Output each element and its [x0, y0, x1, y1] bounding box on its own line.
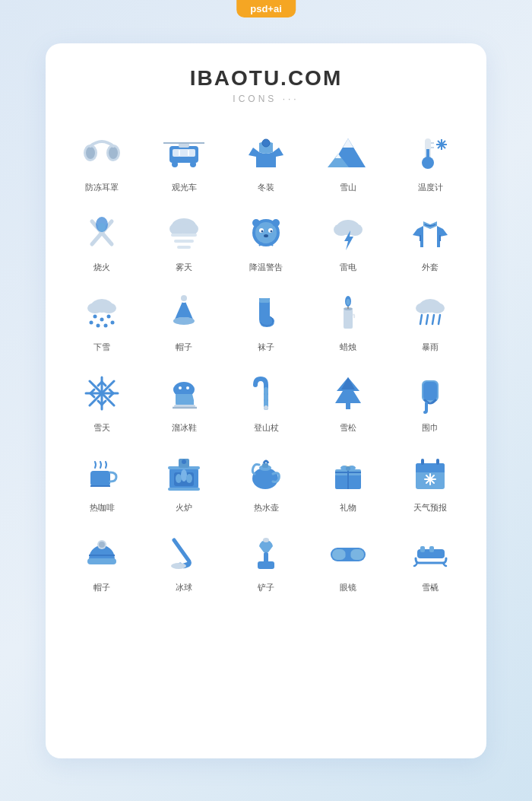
main-card: IBAOTU.COM ICONS ··· 防冻耳罩 [46, 43, 486, 758]
svg-point-124 [346, 466, 350, 471]
svg-rect-34 [174, 240, 194, 243]
svg-rect-149 [420, 546, 425, 552]
icon-item-jacket: 外套 [389, 199, 471, 279]
icons-grid: 防冻耳罩 观光车 [61, 119, 471, 600]
svg-rect-140 [258, 561, 274, 569]
icon-item-forecast: 天气预报 [389, 440, 471, 520]
icon-item-mountain: 雪山 [307, 119, 389, 199]
svg-point-97 [179, 386, 182, 389]
icon-item-candle: 蜡烛 [307, 279, 389, 359]
svg-point-99 [264, 405, 268, 410]
icon-item-coffee: 热咖啡 [61, 440, 143, 520]
svg-line-79 [426, 315, 428, 324]
svg-rect-33 [171, 234, 197, 237]
svg-point-63 [111, 321, 115, 325]
icon-item-beanie: 帽子 [61, 520, 143, 599]
svg-point-76 [416, 303, 431, 313]
top-badge: psd+ai [236, 0, 296, 17]
icon-item-snow: 下雪 [61, 279, 143, 359]
svg-rect-19 [426, 149, 429, 161]
svg-rect-145 [345, 552, 351, 557]
svg-rect-150 [429, 546, 434, 552]
svg-rect-69 [259, 298, 270, 303]
icon-item-cane: 登山杖 [225, 360, 307, 440]
svg-point-60 [90, 321, 93, 325]
svg-rect-7 [179, 149, 189, 157]
icon-item-snowflake: 雪天 [61, 360, 143, 440]
svg-point-110 [186, 474, 192, 483]
icon-item-sock: 袜子 [225, 279, 307, 359]
icon-item-scarf: 围巾 [389, 360, 471, 440]
svg-point-141 [263, 538, 269, 542]
svg-point-58 [100, 318, 104, 322]
svg-point-108 [176, 474, 182, 483]
icon-item-sweater: 冬装 [225, 119, 307, 199]
svg-point-68 [181, 295, 187, 301]
svg-point-32 [183, 223, 198, 235]
svg-point-48 [334, 224, 349, 236]
svg-point-10 [172, 161, 178, 167]
svg-point-3 [109, 147, 118, 159]
icon-item-fog: 雾天 [143, 199, 225, 279]
icon-item-goggles: 眼镜 [307, 520, 389, 599]
svg-point-39 [272, 219, 280, 227]
svg-point-11 [190, 161, 196, 167]
svg-point-77 [429, 303, 445, 313]
svg-point-43 [271, 230, 273, 232]
svg-point-109 [181, 469, 187, 482]
svg-rect-128 [421, 459, 424, 465]
svg-rect-70 [344, 309, 353, 329]
svg-point-42 [261, 230, 264, 232]
icon-item-thermometer: 温度计 [389, 119, 471, 199]
svg-point-62 [104, 324, 108, 328]
svg-point-38 [252, 219, 260, 227]
svg-point-55 [87, 303, 103, 313]
svg-marker-14 [343, 138, 353, 148]
icon-item-warning-cold: 降温警告 [225, 199, 307, 279]
svg-point-66 [173, 317, 195, 325]
icon-item-skate: 溜冰鞋 [143, 360, 225, 440]
svg-rect-112 [168, 488, 200, 491]
icon-item-tree: 雪松 [307, 360, 389, 440]
icon-item-sled: 雪橇 [389, 520, 471, 599]
svg-rect-127 [416, 468, 445, 472]
svg-point-74 [347, 299, 350, 305]
icon-item-hockey: 冰球 [143, 520, 225, 599]
svg-point-61 [97, 324, 100, 328]
icon-item-heavy-rain: 暴雨 [389, 279, 471, 359]
icon-item-kettle: 热水壶 [225, 440, 307, 520]
card-title: IBAOTU.COM [61, 66, 471, 91]
svg-point-12 [262, 139, 270, 147]
svg-point-114 [182, 459, 186, 464]
icon-item-earmuff: 防冻耳罩 [61, 119, 143, 199]
svg-rect-129 [436, 459, 439, 465]
icon-item-fire: 烧火 [61, 199, 143, 279]
svg-point-1 [86, 147, 95, 159]
svg-point-136 [99, 542, 105, 548]
svg-rect-104 [90, 471, 110, 486]
icon-item-stove: 火炉 [143, 440, 225, 520]
icon-item-snow-hat: 帽子 [143, 279, 225, 359]
card-subtitle: ICONS ··· [61, 94, 471, 104]
svg-point-115 [252, 468, 278, 489]
svg-point-56 [101, 303, 116, 313]
svg-line-81 [439, 315, 440, 324]
svg-point-31 [169, 223, 185, 235]
svg-rect-35 [177, 246, 191, 249]
icon-item-lightning: 雷电 [307, 199, 389, 279]
svg-rect-134 [87, 558, 116, 564]
icon-item-shovel: 铲子 [225, 520, 307, 599]
svg-point-59 [107, 315, 111, 319]
svg-point-29 [98, 223, 106, 232]
svg-rect-146 [332, 549, 346, 560]
svg-line-78 [420, 315, 422, 324]
svg-point-44 [264, 234, 268, 237]
icon-item-tram: 观光车 [143, 119, 225, 199]
svg-point-138 [171, 563, 186, 569]
svg-line-80 [432, 315, 434, 324]
svg-point-98 [186, 386, 189, 389]
svg-point-57 [93, 315, 97, 319]
svg-rect-103 [423, 382, 437, 400]
svg-rect-147 [350, 549, 364, 560]
icon-item-gift: 礼物 [307, 440, 389, 520]
